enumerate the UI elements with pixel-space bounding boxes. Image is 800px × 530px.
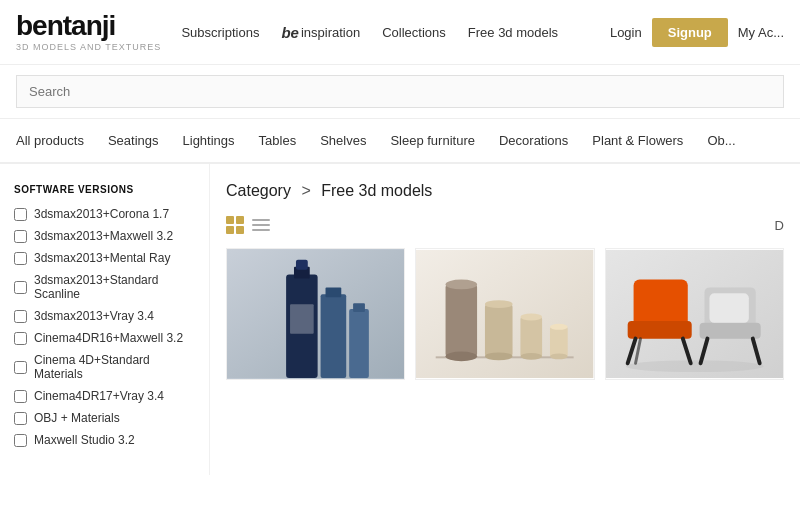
- cat-plant-flowers[interactable]: Plant & Flowers: [580, 119, 695, 162]
- filter-label-2[interactable]: 3dsmax2013+Mental Ray: [34, 251, 170, 265]
- logo-text: bentanji: [16, 12, 161, 40]
- chairs-svg: [606, 249, 783, 379]
- svg-point-19: [521, 353, 543, 360]
- sidebar-item: Cinema4DR17+Vray 3.4: [14, 389, 195, 403]
- sidebar-item: 3dsmax2013+Mental Ray: [14, 251, 195, 265]
- filter-checkbox-8[interactable]: [14, 412, 27, 425]
- filter-label-1[interactable]: 3dsmax2013+Maxwell 3.2: [34, 229, 173, 243]
- filter-label-5[interactable]: Cinema4DR16+Maxwell 3.2: [34, 331, 183, 345]
- nav-be-inspiration[interactable]: be inspiration: [281, 24, 360, 41]
- main-nav: Subscriptions be inspiration Collections…: [181, 24, 610, 41]
- filter-checkbox-0[interactable]: [14, 208, 27, 221]
- logo[interactable]: bentanji 3D MODELS AND TEXTURES: [16, 12, 161, 52]
- svg-rect-7: [349, 309, 369, 378]
- sidebar-item: Cinema 4D+Standard Materials: [14, 353, 195, 381]
- svg-rect-6: [326, 287, 342, 297]
- view-toggle-group: [226, 216, 270, 234]
- svg-rect-11: [446, 284, 478, 356]
- sidebar: SOFTWARE VERSIONS 3dsmax2013+Corona 1.7 …: [0, 164, 210, 475]
- nav-free-3d[interactable]: Free 3d models: [468, 25, 558, 40]
- svg-rect-20: [550, 327, 568, 357]
- filter-label-0[interactable]: 3dsmax2013+Corona 1.7: [34, 207, 169, 221]
- filter-checkbox-9[interactable]: [14, 434, 27, 447]
- filter-checkbox-5[interactable]: [14, 332, 27, 345]
- main-content: SOFTWARE VERSIONS 3dsmax2013+Corona 1.7 …: [0, 164, 800, 475]
- filter-label-7[interactable]: Cinema4DR17+Vray 3.4: [34, 389, 164, 403]
- nav-be-label: inspiration: [301, 25, 360, 40]
- svg-point-21: [550, 324, 568, 330]
- search-input[interactable]: [16, 75, 784, 108]
- grid-view-button[interactable]: [226, 216, 244, 234]
- product-image-candles: [416, 249, 593, 379]
- sidebar-item: Maxwell Studio 3.2: [14, 433, 195, 447]
- sidebar-title: SOFTWARE VERSIONS: [14, 184, 195, 195]
- sidebar-item: 3dsmax2013+Corona 1.7: [14, 207, 195, 221]
- login-button[interactable]: Login: [610, 25, 642, 40]
- logo-subtitle: 3D MODELS AND TEXTURES: [16, 42, 161, 52]
- cat-sleep-furniture[interactable]: Sleep furniture: [378, 119, 487, 162]
- cat-all-products[interactable]: All products: [16, 119, 96, 162]
- svg-point-16: [485, 352, 513, 360]
- candles-svg: [416, 249, 593, 379]
- svg-rect-4: [290, 304, 314, 334]
- svg-rect-3: [296, 260, 308, 270]
- view-controls: D: [226, 216, 784, 234]
- svg-rect-14: [485, 304, 513, 356]
- breadcrumb-page: Free 3d models: [321, 182, 432, 199]
- product-image-chairs: [606, 249, 783, 379]
- svg-rect-31: [699, 323, 760, 339]
- cat-shelves[interactable]: Shelves: [308, 119, 378, 162]
- sidebar-item: 3dsmax2013+Vray 3.4: [14, 309, 195, 323]
- filter-label-4[interactable]: 3dsmax2013+Vray 3.4: [34, 309, 154, 323]
- svg-rect-8: [353, 303, 365, 312]
- filter-label-8[interactable]: OBJ + Materials: [34, 411, 120, 425]
- svg-point-12: [446, 280, 478, 290]
- breadcrumb-category: Category: [226, 182, 291, 199]
- filter-checkbox-7[interactable]: [14, 390, 27, 403]
- svg-rect-34: [709, 293, 748, 323]
- breadcrumb-separator: >: [301, 182, 310, 199]
- svg-point-18: [521, 314, 543, 321]
- svg-rect-5: [321, 294, 347, 378]
- cat-seatings[interactable]: Seatings: [96, 119, 171, 162]
- filter-checkbox-1[interactable]: [14, 230, 27, 243]
- svg-rect-26: [627, 321, 691, 339]
- svg-point-22: [550, 353, 568, 359]
- filter-checkbox-2[interactable]: [14, 252, 27, 265]
- nav-collections[interactable]: Collections: [382, 25, 446, 40]
- list-view-button[interactable]: [252, 216, 270, 234]
- perfume-svg: [227, 249, 404, 379]
- nav-subscriptions[interactable]: Subscriptions: [181, 25, 259, 40]
- filter-checkbox-6[interactable]: [14, 361, 27, 374]
- header-actions: Login Signup My Ac...: [610, 18, 784, 47]
- cat-other[interactable]: Ob...: [695, 119, 747, 162]
- product-card-perfume[interactable]: [226, 248, 405, 380]
- svg-point-15: [485, 300, 513, 308]
- signup-button[interactable]: Signup: [652, 18, 728, 47]
- product-card-chairs[interactable]: [605, 248, 784, 380]
- cat-lightings[interactable]: Lightings: [171, 119, 247, 162]
- svg-point-24: [625, 360, 763, 372]
- filter-checkbox-3[interactable]: [14, 281, 27, 294]
- sidebar-item: Cinema4DR16+Maxwell 3.2: [14, 331, 195, 345]
- filter-checkbox-4[interactable]: [14, 310, 27, 323]
- filter-label-9[interactable]: Maxwell Studio 3.2: [34, 433, 135, 447]
- sidebar-item: 3dsmax2013+Maxwell 3.2: [14, 229, 195, 243]
- product-card-candles[interactable]: [415, 248, 594, 380]
- filter-label-6[interactable]: Cinema 4D+Standard Materials: [34, 353, 195, 381]
- content-area: Category > Free 3d models D: [210, 164, 800, 475]
- product-image-perfume: [227, 249, 404, 379]
- search-bar: [0, 65, 800, 119]
- sidebar-item: 3dsmax2013+Standard Scanline: [14, 273, 195, 301]
- product-grid: [226, 248, 784, 380]
- sidebar-item: OBJ + Materials: [14, 411, 195, 425]
- cat-decorations[interactable]: Decorations: [487, 119, 580, 162]
- myac-button[interactable]: My Ac...: [738, 25, 784, 40]
- cat-tables[interactable]: Tables: [247, 119, 309, 162]
- header: bentanji 3D MODELS AND TEXTURES Subscrip…: [0, 0, 800, 65]
- svg-rect-17: [521, 317, 543, 356]
- filter-label-3[interactable]: 3dsmax2013+Standard Scanline: [34, 273, 195, 301]
- breadcrumb: Category > Free 3d models: [226, 182, 784, 200]
- category-nav: All products Seatings Lightings Tables S…: [0, 119, 800, 164]
- sort-label[interactable]: D: [775, 218, 784, 233]
